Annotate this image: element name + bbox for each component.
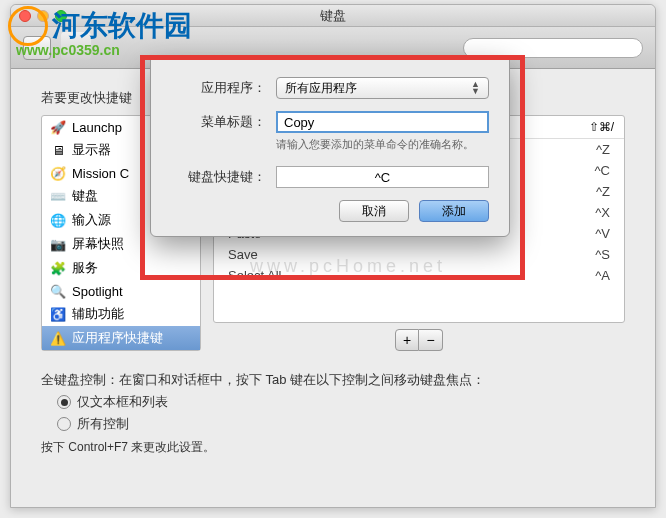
app-select[interactable]: 所有应用程序 ▲▼ [276, 77, 489, 99]
sidebar-item-label: Spotlight [72, 284, 123, 299]
radio-text-boxes[interactable]: 仅文本框和列表 [57, 393, 625, 411]
shortcut-input[interactable] [276, 166, 489, 188]
keyboard-icon: ⌨️ [50, 188, 66, 204]
access-footer: 按下 Control+F7 来更改此设置。 [41, 439, 625, 456]
add-shortcut-dialog: 应用程序： 所有应用程序 ▲▼ 菜单标题： 请输入您要添加的菜单命令的准确名称。… [150, 58, 510, 237]
sidebar-item-label: 键盘 [72, 187, 98, 205]
chevron-updown-icon: ▲▼ [471, 81, 480, 95]
search-input[interactable] [463, 38, 643, 58]
sidebar-item[interactable]: 🔍Spotlight [42, 280, 200, 302]
sidebar-item-label: 服务 [72, 259, 98, 277]
sidebar-item-label: 辅助功能 [72, 305, 124, 323]
sidebar-item[interactable]: ♿辅助功能 [42, 302, 200, 326]
launchpad-icon: 🚀 [50, 119, 66, 135]
add-shortcut-button[interactable]: + [395, 329, 419, 351]
sidebar-item-label: Mission C [72, 166, 129, 181]
list-item[interactable]: Save^S [214, 244, 624, 265]
mission-icon: 🧭 [50, 165, 66, 181]
services-icon: 🧩 [50, 260, 66, 276]
menu-title-label: 菜单标题： [171, 113, 266, 131]
radio-all-controls[interactable]: 所有控制 [57, 415, 625, 433]
add-remove-group: + − [213, 329, 625, 351]
app-label: 应用程序： [171, 79, 266, 97]
radio-icon [57, 417, 71, 431]
logo-icon [8, 6, 48, 46]
list-item[interactable]: Select All^A [214, 265, 624, 286]
screenshot-icon: 📷 [50, 236, 66, 252]
app-shortcuts-icon: ⚠️ [50, 330, 66, 346]
add-button[interactable]: 添加 [419, 200, 489, 222]
spotlight-icon: 🔍 [50, 283, 66, 299]
cancel-button[interactable]: 取消 [339, 200, 409, 222]
access-heading: 全键盘控制：在窗口和对话框中，按下 Tab 键在以下控制之间移动键盘焦点： [41, 371, 625, 389]
sidebar-item-label: 屏幕快照 [72, 235, 124, 253]
menu-title-hint: 请输入您要添加的菜单命令的准确名称。 [276, 137, 489, 152]
radio-icon [57, 395, 71, 409]
input-icon: 🌐 [50, 212, 66, 228]
sidebar-item-label: 显示器 [72, 141, 111, 159]
sidebar-item-label: 应用程序快捷键 [72, 329, 163, 347]
shortcut-label: 键盘快捷键： [171, 168, 266, 186]
watermark-logo: 河东软件园 www.pc0359.cn [8, 6, 192, 58]
remove-shortcut-button[interactable]: − [419, 329, 443, 351]
sidebar-item-app-shortcuts[interactable]: ⚠️应用程序快捷键 [42, 326, 200, 350]
sidebar-item[interactable]: 🧩服务 [42, 256, 200, 280]
sidebar-item-label: 输入源 [72, 211, 111, 229]
accessibility-icon: ♿ [50, 306, 66, 322]
menu-title-input[interactable] [276, 111, 489, 133]
display-icon: 🖥 [50, 142, 66, 158]
sidebar-item-label: Launchp [72, 120, 122, 135]
